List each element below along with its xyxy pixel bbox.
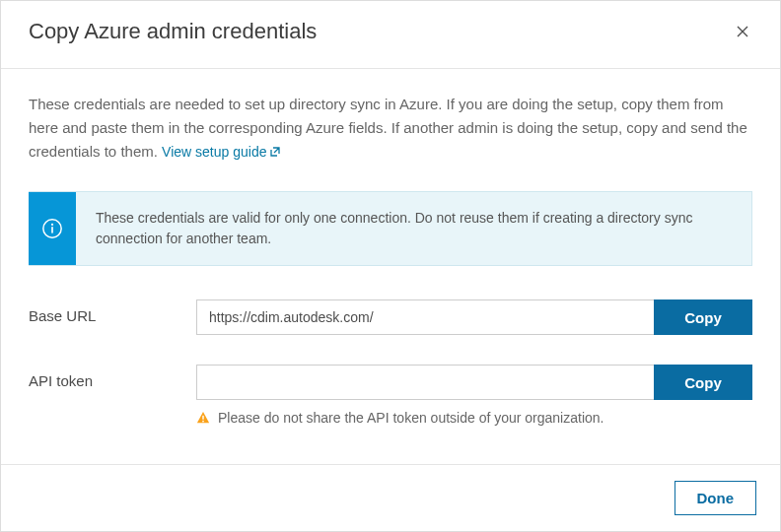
dialog-title: Copy Azure admin credentials (29, 19, 317, 44)
base-url-row: Base URL Copy (29, 299, 752, 335)
base-url-input[interactable] (196, 299, 654, 335)
dialog: Copy Azure admin credentials These crede… (0, 0, 781, 532)
dialog-header: Copy Azure admin credentials (1, 1, 780, 69)
external-link-icon (269, 146, 281, 158)
api-token-warning-text: Please do not share the API token outsid… (218, 410, 604, 426)
svg-rect-2 (51, 227, 53, 233)
view-setup-guide-label: View setup guide (162, 141, 266, 163)
svg-point-1 (51, 224, 53, 226)
api-token-input[interactable] (196, 365, 654, 400)
dialog-footer: Done (1, 464, 780, 531)
info-banner: These credentials are valid for only one… (29, 191, 752, 266)
dialog-body: These credentials are needed to set up d… (1, 69, 780, 464)
close-icon (735, 24, 750, 39)
svg-rect-3 (202, 416, 203, 420)
close-button[interactable] (733, 22, 752, 41)
api-token-label: API token (29, 365, 196, 389)
api-token-warning: Please do not share the API token outsid… (196, 410, 752, 426)
info-banner-text: These credentials are valid for only one… (76, 192, 751, 265)
api-token-input-group: Copy (196, 365, 752, 400)
info-icon (41, 218, 63, 239)
warning-icon (196, 411, 210, 425)
done-button[interactable]: Done (674, 481, 757, 515)
copy-api-token-button[interactable]: Copy (654, 365, 752, 400)
base-url-input-group: Copy (196, 299, 752, 335)
base-url-label: Base URL (29, 299, 196, 324)
base-url-main: Copy (196, 299, 752, 335)
api-token-row: API token Copy Please do not share the A… (29, 365, 752, 426)
view-setup-guide-link[interactable]: View setup guide (162, 141, 281, 163)
intro-text: These credentials are needed to set up d… (29, 93, 752, 164)
svg-point-4 (202, 421, 204, 423)
copy-base-url-button[interactable]: Copy (654, 299, 752, 335)
intro-copy: These credentials are needed to set up d… (29, 96, 747, 160)
api-token-main: Copy Please do not share the API token o… (196, 365, 752, 426)
info-icon-column (29, 192, 76, 265)
